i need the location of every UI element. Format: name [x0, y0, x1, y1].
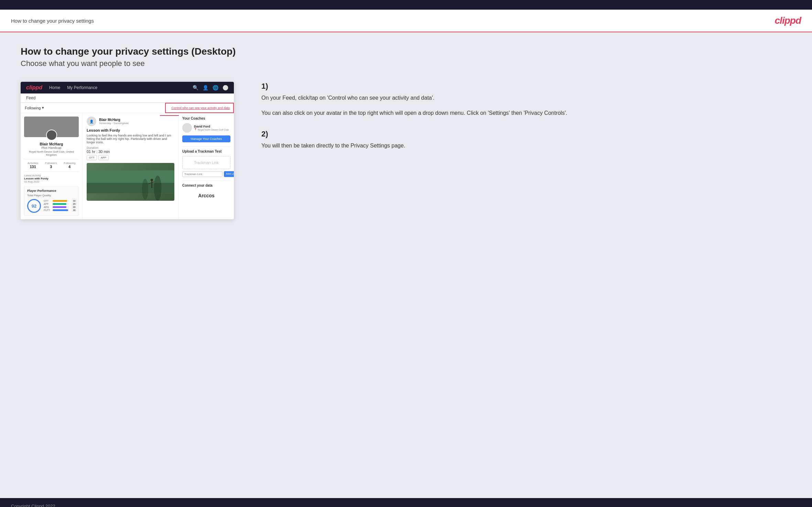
coach-avatar	[182, 123, 192, 133]
following-bar: Following ▾ Control who can see your act…	[21, 103, 234, 113]
trackman-title: Upload a Trackman Test	[182, 150, 230, 153]
svg-point-2	[154, 176, 162, 201]
control-privacy-link[interactable]: Control who can see your activity and da…	[171, 106, 230, 110]
tag-ott: OTT	[87, 155, 97, 160]
profile-stats: Activities 131 Followers 3 Following 4	[24, 159, 79, 169]
connect-title: Connect your data	[182, 184, 230, 187]
red-arrow-line	[160, 115, 179, 116]
footer-text: Copyright Clippd 2022	[11, 504, 55, 507]
nav-right: 🔍 👤 🌐 ⚪	[193, 85, 228, 90]
instruction-2-number: 2)	[261, 130, 791, 139]
bar-putt: PUTT 96	[44, 209, 76, 211]
post-image	[87, 163, 174, 201]
header-title: How to change your privacy settings	[11, 18, 94, 24]
post-header: 👤 Blair McHarg Yesterday · Sunningdale	[87, 117, 174, 126]
app-body: Blair McHarg Plus Handicap Royal North D…	[21, 113, 234, 219]
instruction-1-extra: You can also click on your avatar in the…	[261, 109, 791, 118]
main-content: How to change your privacy settings (Des…	[0, 32, 812, 498]
trackman-widget: Upload a Trackman Test Trackman Link Add…	[182, 146, 230, 177]
coach-info: David Ford 📍 Royal North Devon Golf Club	[194, 125, 229, 131]
profile-sidebar: Blair McHarg Plus Handicap Royal North D…	[21, 113, 83, 219]
instruction-1-text: On your Feed, click/tap on 'Control who …	[261, 93, 791, 102]
header: How to change your privacy settings clip…	[0, 10, 812, 32]
trackman-url-input[interactable]	[182, 171, 223, 177]
footer: Copyright Clippd 2022	[0, 498, 812, 507]
post-title: Lesson with Fordy	[87, 128, 174, 132]
quality-score: 92	[27, 199, 41, 213]
bar-arg: ARG 86	[44, 206, 76, 208]
svg-point-5	[151, 179, 153, 181]
app-logo: clippd	[26, 85, 42, 91]
profile-avatar	[46, 130, 57, 141]
right-sidebar: Your Coaches David Ford 📍 Royal North De…	[179, 113, 234, 219]
following-label: Following	[25, 106, 41, 110]
instruction-1: 1) On your Feed, click/tap on 'Control w…	[261, 82, 791, 117]
add-link-button[interactable]: Add Link	[224, 171, 234, 177]
nav-home[interactable]: Home	[49, 85, 60, 90]
post-avatar: 👤	[87, 117, 96, 126]
bar-app: APP 85	[44, 203, 76, 205]
post-item: 👤 Blair McHarg Yesterday · Sunningdale L…	[83, 113, 178, 204]
globe-icon[interactable]: 🌐	[213, 85, 218, 90]
avatar-icon[interactable]: ⚪	[223, 85, 228, 90]
post-tags: OTT APP	[87, 155, 174, 160]
trackman-input-area: Trackman Link	[182, 156, 230, 169]
arccos-logo: Arccos	[182, 190, 230, 201]
screenshot-mockup: clippd Home My Performance 🔍 👤 🌐 ⚪ Feed	[21, 82, 234, 219]
trackman-placeholder: Trackman Link	[185, 161, 227, 165]
svg-rect-4	[151, 181, 152, 188]
chevron-icon: ▾	[42, 106, 44, 110]
profile-name: Blair McHarg	[24, 142, 79, 146]
instruction-2-text: You will then be taken directly to the P…	[261, 141, 791, 150]
svg-point-3	[142, 179, 148, 200]
trackman-input-row: Add Link	[182, 171, 230, 177]
feed-label: Feed	[26, 96, 35, 100]
profile-info: Blair McHarg Plus Handicap Royal North D…	[24, 142, 79, 156]
profile-badge: Plus Handicap	[24, 146, 79, 150]
latest-activity: Latest Activity Lesson with Fordy 03 Aug…	[24, 172, 79, 183]
profile-club: Royal North Devon Golf Club, United King…	[24, 150, 79, 156]
post-duration: Duration 01 hr : 30 min	[87, 146, 174, 154]
clippd-logo: clippd	[775, 15, 801, 26]
stat-following: Following 4	[64, 162, 75, 169]
search-icon[interactable]: 🔍	[193, 85, 198, 90]
top-bar	[0, 0, 812, 10]
coach-item: David Ford 📍 Royal North Devon Golf Club	[182, 123, 230, 133]
manage-coaches-button[interactable]: Manage Your Coaches	[182, 135, 230, 142]
instructions-panel: 1) On your Feed, click/tap on 'Control w…	[255, 82, 791, 163]
page-heading: How to change your privacy settings (Des…	[21, 46, 791, 57]
post-user-info: Blair McHarg Yesterday · Sunningdale	[99, 118, 129, 125]
profile-cover	[24, 117, 79, 137]
pin-icon: 📍	[194, 128, 197, 131]
nav-my-performance[interactable]: My Performance	[67, 85, 97, 90]
instruction-2: 2) You will then be taken directly to th…	[261, 130, 791, 150]
stat-activities: Activities 131	[28, 162, 39, 169]
perf-bars: OTT 90 APP 85	[44, 200, 76, 212]
app-nav: clippd Home My Performance 🔍 👤 🌐 ⚪	[21, 82, 234, 93]
content-row: clippd Home My Performance 🔍 👤 🌐 ⚪ Feed	[21, 82, 791, 219]
perf-row: 92 OTT 90 APP	[27, 199, 76, 213]
user-icon[interactable]: 👤	[203, 85, 208, 90]
coaches-title: Your Coaches	[182, 117, 230, 120]
bar-ott: OTT 90	[44, 200, 76, 202]
following-button[interactable]: Following ▾	[25, 106, 44, 110]
feed-center: 👤 Blair McHarg Yesterday · Sunningdale L…	[83, 113, 179, 219]
page-subheading: Choose what you want people to see	[21, 59, 791, 68]
post-description: Looking to feel like my hands are exitin…	[87, 134, 174, 144]
coaches-widget: Your Coaches David Ford 📍 Royal North De…	[182, 117, 230, 142]
connect-widget: Connect your data Arccos	[182, 180, 230, 201]
instruction-1-number: 1)	[261, 82, 791, 91]
player-performance: Player Performance Total Player Quality …	[24, 186, 79, 216]
stat-followers: Followers 3	[45, 162, 57, 169]
tag-app: APP	[98, 155, 109, 160]
feed-bar: Feed	[21, 93, 234, 103]
